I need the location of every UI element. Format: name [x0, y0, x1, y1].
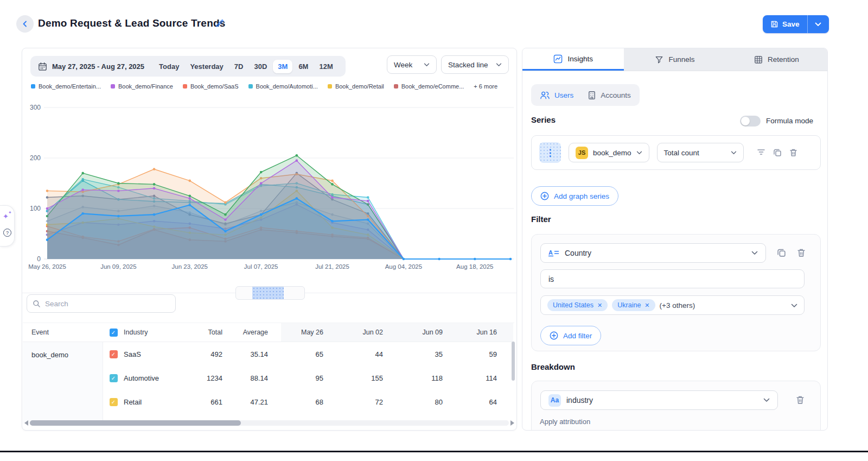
granularity-dropdown[interactable]: Week [387, 55, 437, 74]
preset-12m[interactable]: 12M [314, 60, 337, 73]
filter-heading: Filter [531, 214, 551, 224]
legend-label: Book_demo/Entertain... [39, 83, 101, 90]
row-checkbox[interactable]: ✓ [110, 398, 118, 406]
chip-remove-icon[interactable]: ✕ [597, 302, 602, 309]
string-type-badge: Aa [548, 394, 561, 407]
drag-handle[interactable]: ⋮ [539, 142, 561, 163]
accounts-label: Accounts [601, 91, 631, 99]
add-filter-label: Add filter [563, 332, 592, 340]
formula-mode-label: Formula mode [766, 117, 813, 125]
insights-icon [553, 54, 563, 64]
chips-caret[interactable] [791, 300, 797, 310]
window-bottom-edge [0, 451, 868, 452]
legend-label: Book_demo/Automoti... [256, 83, 318, 90]
help-icon[interactable]: ? [3, 229, 11, 237]
plus-circle-icon [540, 192, 549, 200]
hscroll-thumb[interactable] [30, 420, 241, 426]
legend-item[interactable]: Book_demo/Retail [328, 83, 384, 90]
table-header-row: Event ✓ Industry Total Average May 26 Ju… [23, 323, 514, 342]
filter-values-field[interactable]: United States✕Ukraine✕ (+3 others) [540, 295, 805, 315]
ai-sparkles-icon[interactable]: ✦✦ [3, 212, 9, 220]
metric-dropdown[interactable]: Total count [657, 143, 744, 162]
legend-more[interactable]: + 6 more [474, 83, 497, 90]
cell-industry: Retail [124, 398, 193, 406]
date-range-picker[interactable]: May 27, 2025 - Aug 27, 2025 [38, 62, 144, 71]
filter-delete-button[interactable] [797, 248, 806, 257]
select-all-checkbox[interactable]: ✓ [110, 329, 118, 337]
row-checkbox[interactable]: ✓ [110, 374, 118, 382]
chart-zoom-brush[interactable] [235, 286, 305, 300]
cell-value: 95 [281, 374, 340, 382]
svg-text:Jun 09, 2025: Jun 09, 2025 [100, 263, 137, 270]
edit-title-button[interactable] [215, 18, 225, 30]
save-options-button[interactable] [807, 15, 829, 33]
formula-mode-toggle[interactable] [740, 116, 761, 127]
scroll-left-icon[interactable] [24, 420, 28, 426]
cell-total: 492 [193, 350, 235, 358]
preset-today[interactable]: Today [154, 60, 184, 73]
chip-label: Ukraine [617, 301, 641, 309]
chart-type-dropdown[interactable]: Stacked line [441, 55, 509, 74]
add-filter-button[interactable]: Add filter [540, 326, 601, 345]
tab-insights[interactable]: Insights [522, 48, 624, 71]
preset-6m[interactable]: 6M [293, 60, 313, 73]
back-button[interactable] [16, 15, 34, 33]
search-input[interactable] [45, 300, 154, 308]
text-property-icon: A [548, 249, 559, 257]
legend-item[interactable]: Book_demo/Entertain... [31, 83, 101, 90]
tab-retention[interactable]: Retention [726, 48, 827, 71]
chevron-down-icon [751, 251, 758, 255]
chips-container: United States✕Ukraine✕ [547, 299, 655, 311]
tab-funnels[interactable]: Funnels [624, 48, 725, 71]
save-button[interactable]: Save [763, 15, 807, 33]
chevron-down-icon [496, 63, 502, 67]
preset-30d[interactable]: 30D [249, 60, 272, 73]
legend-swatch [248, 84, 253, 89]
event-cell: book_demo [23, 342, 103, 424]
preset-yesterday[interactable]: Yesterday [185, 60, 228, 73]
svg-text:Aug 04, 2025: Aug 04, 2025 [385, 263, 422, 270]
preset-7d[interactable]: 7D [229, 60, 248, 73]
page-title: Demo Request & Lead Source Trends [38, 17, 226, 29]
legend-item[interactable]: Book_demo/Automoti... [248, 83, 318, 90]
filter-value-chip[interactable]: United States✕ [547, 299, 608, 311]
event-dropdown[interactable]: JS book_demo [569, 143, 649, 162]
chip-remove-icon[interactable]: ✕ [644, 302, 649, 309]
series-filter-button[interactable] [757, 148, 765, 157]
breakdown-delete-button[interactable] [796, 395, 805, 405]
filter-operator-field[interactable]: is [540, 269, 805, 288]
legend-item[interactable]: Book_demo/SaaS [183, 83, 239, 90]
row-checkbox[interactable]: ✓ [110, 350, 118, 358]
legend-item[interactable]: Book_demo/eComme... [394, 83, 464, 90]
chevron-down-icon [636, 151, 642, 155]
trend-chart[interactable]: 0100200300May 26, 2025Jun 09, 2025Jun 23… [23, 102, 515, 276]
users-toggle[interactable]: Users [540, 91, 573, 100]
chevron-left-icon [22, 21, 28, 27]
filter-duplicate-button[interactable] [777, 248, 786, 257]
brush-thumb[interactable] [252, 287, 284, 299]
add-graph-series-button[interactable]: Add graph series [531, 186, 618, 206]
filter-value-chip[interactable]: Ukraine✕ [612, 299, 655, 311]
chart-type-value: Stacked line [448, 61, 488, 69]
trash-icon [797, 248, 806, 257]
cell-value: 155 [340, 374, 399, 382]
chevron-down-icon [815, 22, 821, 27]
accounts-toggle[interactable]: Accounts [588, 91, 631, 100]
legend-item[interactable]: Book_demo/Finance [111, 83, 173, 90]
cell-total: 661 [193, 398, 235, 406]
filter-property-dropdown[interactable]: A Country [540, 243, 766, 263]
chip-label: United States [553, 301, 593, 309]
series-delete-button[interactable] [789, 148, 797, 157]
apply-attribution-link[interactable]: Apply attribution [540, 418, 590, 426]
vertical-scrollbar[interactable] [512, 342, 515, 381]
calendar-icon [38, 62, 47, 71]
chart-and-table-card: May 27, 2025 - Aug 27, 2025 TodayYesterd… [22, 48, 517, 431]
granularity-value: Week [394, 61, 412, 69]
breakdown-heading: Breakdown [531, 362, 575, 371]
save-icon [770, 20, 778, 28]
preset-3m[interactable]: 3M [273, 60, 292, 73]
scroll-right-icon[interactable] [510, 420, 514, 426]
series-duplicate-button[interactable] [773, 148, 782, 157]
hscroll-track[interactable] [30, 420, 509, 426]
breakdown-property-dropdown[interactable]: Aa industry [540, 390, 778, 410]
